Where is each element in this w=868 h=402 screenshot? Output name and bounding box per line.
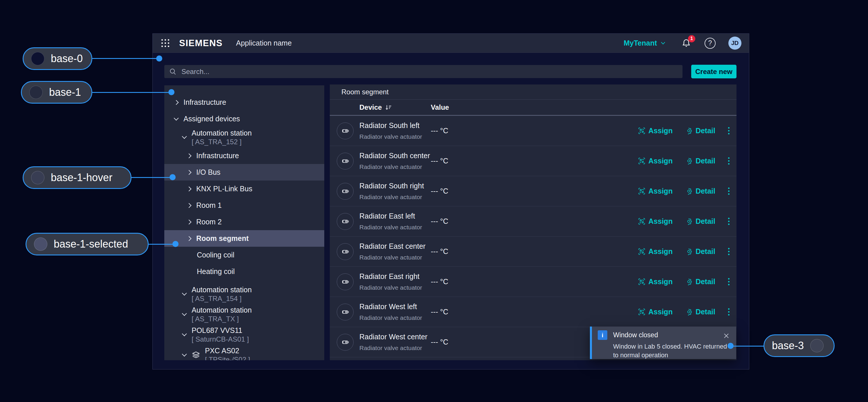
kebab-menu-icon[interactable] <box>726 156 732 166</box>
device-type: Radiator valve actuator <box>360 254 431 261</box>
tree-item-label: I/O Bus <box>196 168 220 177</box>
tree-item-label: PXC AS02 <box>205 346 250 355</box>
notifications-button[interactable]: 1 <box>681 38 691 49</box>
assign-button[interactable]: Assign <box>636 247 674 256</box>
detail-button[interactable]: Detail <box>683 156 717 165</box>
table-row[interactable]: Radiator South left Radiator valve actua… <box>330 116 737 146</box>
gear-icon <box>685 217 693 225</box>
kebab-menu-icon[interactable] <box>726 126 732 135</box>
table-row[interactable]: Radiator West left Radiator valve actuat… <box>330 297 737 327</box>
app-window: SIEMENS Application name MyTenant 1 ? JD <box>152 33 749 370</box>
info-icon: i <box>598 330 607 340</box>
assign-label: Assign <box>649 247 673 256</box>
tree-item[interactable]: Heating coil <box>164 263 324 280</box>
kebab-menu-icon[interactable] <box>726 217 732 226</box>
device-icon <box>337 183 353 200</box>
tree-item[interactable]: Infrastructure <box>164 94 324 111</box>
assign-button[interactable]: Assign <box>636 217 674 226</box>
qr-scan-icon <box>638 127 646 135</box>
assign-button[interactable]: Assign <box>636 156 674 165</box>
app-header: SIEMENS Application name MyTenant 1 ? JD <box>153 34 749 53</box>
assign-button[interactable]: Assign <box>636 307 674 316</box>
assign-button[interactable]: Assign <box>636 126 674 135</box>
device-name: Radiator West left <box>360 303 431 311</box>
device-value: --- °C <box>431 338 448 346</box>
color-swatch <box>29 86 43 99</box>
assign-button[interactable]: Assign <box>636 277 674 286</box>
callout-base-1-selected: base-1-selected <box>26 233 149 255</box>
color-swatch <box>31 52 44 65</box>
search-bar <box>164 65 682 78</box>
column-device[interactable]: Device <box>360 103 431 112</box>
detail-button[interactable]: Detail <box>683 277 717 286</box>
chevron-icon <box>187 153 192 158</box>
device-icon <box>337 273 353 290</box>
app-launcher-icon[interactable] <box>160 38 170 48</box>
kebab-menu-icon[interactable] <box>726 277 732 286</box>
tree-item[interactable]: Room 2 <box>164 214 324 230</box>
toast-message: Window in Lab 5 closed. HVAC returned to… <box>613 342 728 359</box>
detail-button[interactable]: Detail <box>683 187 717 196</box>
callout-dot-base-1 <box>168 89 175 95</box>
device-type: Radiator valve actuator <box>360 194 431 200</box>
help-icon[interactable]: ? <box>705 38 716 49</box>
tree-item[interactable]: POL687 VVS11 [ SaturnCB-AS01 ] <box>164 324 324 345</box>
callout-line-base-1-hover <box>131 177 173 178</box>
device-name: Radiator East center <box>360 242 431 250</box>
column-value[interactable]: Value <box>431 103 732 112</box>
tree-item[interactable]: Cooling coil <box>164 247 324 263</box>
assign-button[interactable]: Assign <box>636 187 674 196</box>
tree-item[interactable]: Automation station [ AS_TRA_TX ] <box>164 304 324 324</box>
tree-item[interactable]: KNX PL-Link Bus <box>164 181 324 197</box>
tree-item[interactable]: I/O Bus <box>164 164 324 181</box>
tree-item[interactable]: PXC AS02 [ TPSite-/S02 ] <box>164 345 324 360</box>
detail-label: Detail <box>695 217 715 225</box>
callout-line-base-3 <box>731 346 764 346</box>
chevron-icon <box>174 116 179 120</box>
qr-scan-icon <box>638 157 646 165</box>
tree-item[interactable]: Infrastructure <box>164 148 324 164</box>
callout-base-1-hover: base-1-hover <box>23 166 131 189</box>
detail-button[interactable]: Detail <box>683 217 717 226</box>
tree-item-sublabel: [ AS_TRA_TX ] <box>192 315 252 323</box>
assign-label: Assign <box>649 217 673 225</box>
tree-item[interactable]: Assigned devices <box>164 111 324 127</box>
toast-title: Window closed <box>613 331 658 339</box>
tree-item[interactable]: Room segment <box>164 230 324 247</box>
table-row[interactable]: Radiator South center Radiator valve act… <box>330 146 737 176</box>
detail-button[interactable]: Detail <box>683 126 717 135</box>
table-column-header: Device Value <box>330 99 737 116</box>
tree-item[interactable]: Room 1 <box>164 197 324 214</box>
close-icon[interactable] <box>722 331 731 340</box>
callout-base-1: base-1 <box>21 81 92 104</box>
detail-button[interactable]: Detail <box>683 307 717 316</box>
detail-label: Detail <box>695 127 715 135</box>
qr-scan-icon <box>638 308 646 316</box>
tree-item[interactable]: Automation station [ AS_TRA_152 ] <box>164 127 324 148</box>
tree-item-label: Automation station <box>192 285 252 294</box>
device-type: Radiator valve actuator <box>360 163 431 171</box>
detail-label: Detail <box>695 157 715 165</box>
device-value: --- °C <box>431 247 448 256</box>
assign-label: Assign <box>649 308 673 316</box>
tenant-label: MyTenant <box>624 39 657 47</box>
table-row[interactable]: Radiator East left Radiator valve actuat… <box>330 206 737 237</box>
device-value: --- °C <box>431 277 448 286</box>
kebab-menu-icon[interactable] <box>726 186 732 196</box>
device-name: Radiator South right <box>360 182 431 190</box>
chevron-icon <box>182 291 187 296</box>
avatar[interactable]: JD <box>728 37 741 50</box>
kebab-menu-icon[interactable] <box>726 247 732 256</box>
sort-descending-icon[interactable] <box>385 104 392 111</box>
tree-item[interactable]: Automation station [ AS_TRA_154 ] <box>164 284 324 304</box>
callout-label: base-1 <box>49 86 81 98</box>
table-row[interactable]: Radiator South right Radiator valve actu… <box>330 176 737 206</box>
table-rows: Radiator South left Radiator valve actua… <box>330 116 737 357</box>
detail-button[interactable]: Detail <box>683 247 717 256</box>
tenant-selector[interactable]: MyTenant <box>622 39 666 48</box>
create-new-button[interactable]: Create new <box>691 65 737 79</box>
kebab-menu-icon[interactable] <box>726 307 732 317</box>
table-row[interactable]: Radiator East center Radiator valve actu… <box>330 237 737 267</box>
search-input[interactable] <box>181 67 678 76</box>
table-row[interactable]: Radiator East right Radiator valve actua… <box>330 267 737 297</box>
